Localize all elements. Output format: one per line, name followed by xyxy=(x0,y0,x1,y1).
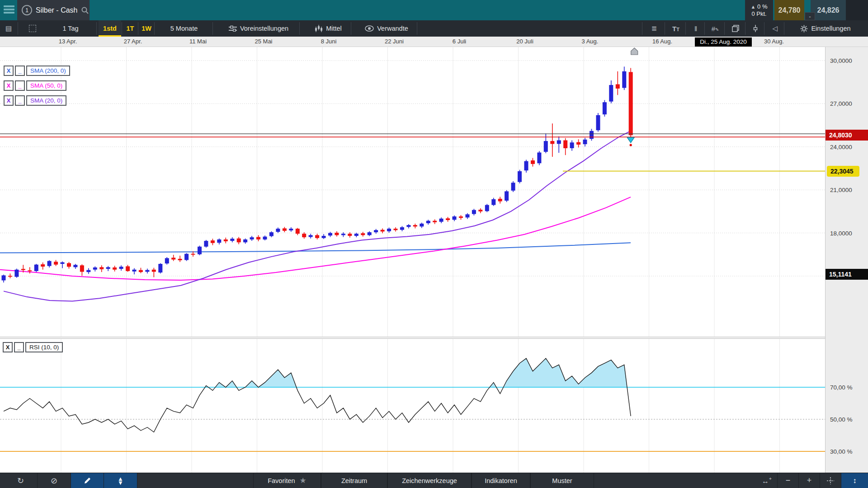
hash-pen-icon: #✎ xyxy=(712,25,719,33)
candle-body xyxy=(498,199,502,202)
rsi-panel[interactable] xyxy=(0,339,825,473)
presets-button[interactable]: Voreinstellungen xyxy=(220,20,297,37)
candle-body xyxy=(413,225,417,226)
search-icon[interactable] xyxy=(81,6,89,14)
bid-price[interactable]: 24,780 xyxy=(774,0,804,20)
candle-body xyxy=(296,229,300,234)
text-icon: TT xyxy=(672,25,679,33)
undo-button[interactable]: ◁ xyxy=(766,20,784,37)
main-chart-panel[interactable] xyxy=(0,47,825,337)
rsi-tick-label: 30,00 % xyxy=(830,448,853,455)
rsi-canvas[interactable] xyxy=(0,339,825,473)
instrument-number-badge: 1 xyxy=(22,5,32,15)
candle-body xyxy=(237,239,241,243)
candle-body xyxy=(361,233,365,235)
candle-body xyxy=(178,259,182,260)
layout-grid-button[interactable] xyxy=(22,20,43,37)
refresh-button[interactable]: ↻ xyxy=(4,473,38,488)
bottom-tab-muster[interactable]: Muster xyxy=(530,473,594,488)
date-axis[interactable]: 13 Apr.27 Apr.11 Mai25 Mai8 Juni22 Juni6… xyxy=(0,37,868,47)
pencil-icon xyxy=(84,477,91,484)
candle-body xyxy=(505,191,509,201)
top-bar: 1 Silber - Cash ▲ 0 % 0 Pkt. 24,780 24,8… xyxy=(0,0,868,20)
shapes-mode-button[interactable]: ▲▼ xyxy=(104,473,137,488)
candle-body xyxy=(420,224,424,226)
price-axis[interactable]: 30,000027,000024,000021,000018,0000 24,8… xyxy=(825,47,868,473)
candle-body xyxy=(603,102,607,114)
price-dot-marker xyxy=(630,144,632,146)
timeframe-label-button[interactable]: 1 Tag xyxy=(45,20,96,37)
legend-label: SMA (200, 0) xyxy=(26,66,70,76)
fit-width-button[interactable]: ↔+ xyxy=(756,473,778,488)
instrument-selector[interactable]: 1 Silber - Cash xyxy=(17,0,90,20)
verwandte-button[interactable]: Verwandte xyxy=(357,20,416,37)
sliders-icon xyxy=(229,25,237,32)
rsi-legend-remove-button[interactable]: X xyxy=(3,342,13,352)
candle-body xyxy=(446,218,450,220)
rsi-legend-style-button[interactable]: _ xyxy=(14,342,24,352)
text-tool-button[interactable]: TT xyxy=(666,20,685,37)
layers-button[interactable] xyxy=(726,20,745,37)
hamburger-menu-icon[interactable] xyxy=(4,5,14,14)
range-button[interactable]: 5 Monate xyxy=(156,20,212,37)
bottom-tab-zeichenwerkzeuge[interactable]: Zeichenwerkzeuge xyxy=(387,473,472,488)
back-arrow-icon: ◁ xyxy=(772,24,778,33)
disable-drawing-button[interactable]: ⊘ xyxy=(38,473,71,488)
zoom-in-button[interactable]: + xyxy=(799,473,820,488)
legend-style-button[interactable]: _ xyxy=(15,66,25,76)
interval-1w-button[interactable]: 1W xyxy=(139,20,154,37)
candle-body xyxy=(171,258,175,259)
minus-icon: − xyxy=(786,476,791,485)
grid-draw-button[interactable]: #✎ xyxy=(706,20,724,37)
star-icon: ★ xyxy=(300,476,307,485)
ask-price[interactable]: 24,826 xyxy=(811,0,846,20)
bottom-tab-indikatoren[interactable]: Indikatoren xyxy=(472,473,530,488)
compare-tool-button[interactable]: ‖ xyxy=(687,20,704,37)
candle-body xyxy=(302,234,306,237)
date-label: 6 Juli xyxy=(453,38,466,45)
bottom-tab-favoriten[interactable]: Favoriten★ xyxy=(253,473,321,488)
legend-label: SMA (20, 0) xyxy=(26,95,66,106)
change-points: 0 Pkt. xyxy=(751,10,766,18)
candle-body xyxy=(21,269,25,270)
change-percent: 0 % xyxy=(757,3,767,10)
interval-1std-button[interactable]: 1std xyxy=(99,20,121,37)
candle-body xyxy=(283,228,287,230)
zoom-out-button[interactable]: − xyxy=(778,473,799,488)
settings-button[interactable]: Einstellungen xyxy=(787,20,864,37)
sma20-line xyxy=(4,131,631,301)
candle-body xyxy=(132,270,137,272)
highlighted-date-badge: Di., 25 Aug. 2020 xyxy=(695,38,752,47)
change-display: ▲ 0 % 0 Pkt. xyxy=(745,0,773,20)
legend-remove-button[interactable]: X xyxy=(4,95,14,106)
draw-mode-button[interactable] xyxy=(71,473,104,488)
interval-1t-button[interactable]: 1T xyxy=(123,20,137,37)
candle-body xyxy=(145,270,149,272)
legend-remove-button[interactable]: X xyxy=(4,66,14,76)
quote-list-button[interactable]: ≣ xyxy=(644,20,665,37)
candle-body xyxy=(622,71,626,88)
chart-list-button[interactable]: ▤ xyxy=(0,20,17,37)
legend-style-button[interactable]: _ xyxy=(15,80,25,91)
mittel-button[interactable]: Mittel xyxy=(307,20,350,37)
candle-body xyxy=(563,141,567,149)
legend-row: X_SMA (200, 0) xyxy=(4,66,70,76)
candle-body xyxy=(152,270,156,272)
price-tick-label: 30,0000 xyxy=(830,57,852,64)
fit-width-icon: ↔+ xyxy=(762,476,772,485)
candle-body xyxy=(629,72,633,135)
plus-icon: + xyxy=(807,476,812,485)
bottom-tab-zeitraum[interactable]: Zeitraum xyxy=(321,473,387,488)
parallel-lines-icon: ‖ xyxy=(694,25,697,33)
legend-style-button[interactable]: _ xyxy=(15,95,25,106)
candle-body xyxy=(341,234,345,235)
candle-body xyxy=(557,141,561,144)
topbar-corner xyxy=(846,0,868,20)
auto-scale-button[interactable]: ↕ xyxy=(841,473,868,488)
crosshair-button[interactable] xyxy=(820,473,841,488)
main-chart-canvas[interactable] xyxy=(0,47,825,337)
minimize-quotes-button[interactable]: - xyxy=(805,12,815,20)
axis-settings-button[interactable] xyxy=(747,20,764,37)
legend-remove-button[interactable]: X xyxy=(4,80,14,91)
refresh-icon: ↻ xyxy=(17,476,24,486)
